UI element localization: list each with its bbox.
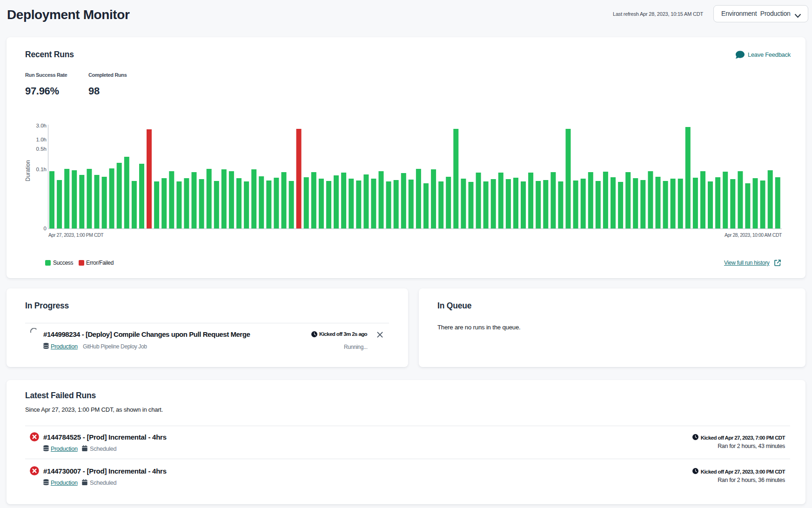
- svg-text:Apr 28, 2023, 10:00 AM CDT: Apr 28, 2023, 10:00 AM CDT: [725, 233, 782, 238]
- svg-text:Duration: Duration: [25, 160, 31, 181]
- svg-text:0: 0: [44, 226, 47, 231]
- svg-text:0.5h: 0.5h: [36, 146, 47, 152]
- svg-text:3.0h: 3.0h: [36, 123, 47, 128]
- svg-text:1.0h: 1.0h: [36, 137, 47, 142]
- svg-text:Apr 27, 2023, 1:00 PM CDT: Apr 27, 2023, 1:00 PM CDT: [48, 233, 104, 238]
- svg-text:0.1h: 0.1h: [36, 167, 47, 172]
